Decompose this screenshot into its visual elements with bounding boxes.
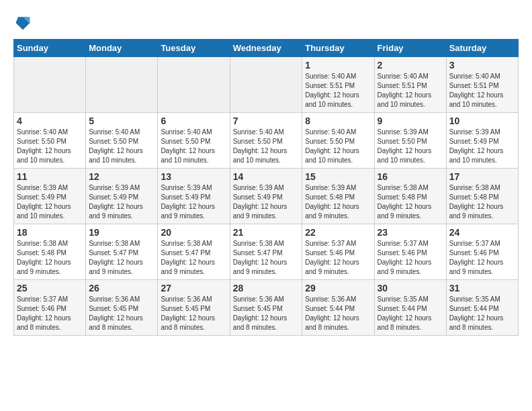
calendar-cell: 28Sunrise: 5:36 AM Sunset: 5:45 PM Dayli… <box>230 280 302 336</box>
calendar-cell: 26Sunrise: 5:36 AM Sunset: 5:45 PM Dayli… <box>86 280 158 336</box>
calendar-cell: 27Sunrise: 5:36 AM Sunset: 5:45 PM Dayli… <box>158 280 230 336</box>
day-number: 25 <box>17 283 83 293</box>
calendar-week-4: 18Sunrise: 5:38 AM Sunset: 5:48 PM Dayli… <box>14 224 519 280</box>
calendar-cell: 11Sunrise: 5:39 AM Sunset: 5:49 PM Dayli… <box>14 169 86 224</box>
calendar-cell: 17Sunrise: 5:38 AM Sunset: 5:48 PM Dayli… <box>446 169 518 224</box>
calendar-cell: 7Sunrise: 5:40 AM Sunset: 5:50 PM Daylig… <box>230 113 302 169</box>
calendar-cell <box>14 57 86 113</box>
day-number: 30 <box>378 283 443 293</box>
day-number: 3 <box>449 60 515 71</box>
calendar-cell: 24Sunrise: 5:37 AM Sunset: 5:46 PM Dayli… <box>446 224 518 280</box>
logo <box>13 13 35 32</box>
calendar-cell: 15Sunrise: 5:39 AM Sunset: 5:48 PM Dayli… <box>302 169 374 224</box>
day-info: Sunrise: 5:36 AM Sunset: 5:45 PM Dayligh… <box>89 295 154 332</box>
calendar-table: SundayMondayTuesdayWednesdayThursdayFrid… <box>13 39 519 336</box>
calendar-cell: 14Sunrise: 5:39 AM Sunset: 5:49 PM Dayli… <box>230 169 302 224</box>
day-number: 14 <box>233 171 300 182</box>
day-info: Sunrise: 5:38 AM Sunset: 5:47 PM Dayligh… <box>161 239 226 277</box>
column-header-sunday: Sunday <box>14 40 86 57</box>
calendar-week-2: 4Sunrise: 5:40 AM Sunset: 5:50 PM Daylig… <box>14 113 519 169</box>
calendar-cell: 8Sunrise: 5:40 AM Sunset: 5:50 PM Daylig… <box>302 113 374 169</box>
calendar-week-3: 11Sunrise: 5:39 AM Sunset: 5:49 PM Dayli… <box>14 169 519 224</box>
logo-icon <box>13 13 32 32</box>
day-number: 31 <box>449 283 515 293</box>
day-number: 7 <box>233 116 300 126</box>
calendar-week-1: 1Sunrise: 5:40 AM Sunset: 5:51 PM Daylig… <box>14 57 519 113</box>
calendar-cell: 16Sunrise: 5:38 AM Sunset: 5:48 PM Dayli… <box>374 169 446 224</box>
calendar-cell: 19Sunrise: 5:38 AM Sunset: 5:47 PM Dayli… <box>86 224 158 280</box>
calendar-cell: 13Sunrise: 5:39 AM Sunset: 5:49 PM Dayli… <box>158 169 230 224</box>
day-number: 29 <box>305 283 371 293</box>
calendar-cell <box>158 57 230 113</box>
calendar-cell: 31Sunrise: 5:35 AM Sunset: 5:44 PM Dayli… <box>446 280 518 336</box>
day-number: 6 <box>161 116 226 126</box>
calendar-cell: 25Sunrise: 5:37 AM Sunset: 5:46 PM Dayli… <box>14 280 86 336</box>
day-info: Sunrise: 5:39 AM Sunset: 5:49 PM Dayligh… <box>161 183 226 221</box>
day-info: Sunrise: 5:36 AM Sunset: 5:45 PM Dayligh… <box>161 295 226 332</box>
calendar-cell: 3Sunrise: 5:40 AM Sunset: 5:51 PM Daylig… <box>446 57 518 113</box>
day-info: Sunrise: 5:40 AM Sunset: 5:50 PM Dayligh… <box>305 128 371 165</box>
day-number: 13 <box>161 171 226 182</box>
calendar-cell: 18Sunrise: 5:38 AM Sunset: 5:48 PM Dayli… <box>14 224 86 280</box>
day-info: Sunrise: 5:39 AM Sunset: 5:50 PM Dayligh… <box>378 128 443 165</box>
calendar-cell: 5Sunrise: 5:40 AM Sunset: 5:50 PM Daylig… <box>86 113 158 169</box>
day-info: Sunrise: 5:38 AM Sunset: 5:48 PM Dayligh… <box>17 239 83 277</box>
day-number: 22 <box>305 227 371 238</box>
calendar-cell: 2Sunrise: 5:40 AM Sunset: 5:51 PM Daylig… <box>374 57 446 113</box>
column-header-tuesday: Tuesday <box>158 40 230 57</box>
day-info: Sunrise: 5:40 AM Sunset: 5:50 PM Dayligh… <box>233 128 300 165</box>
day-number: 23 <box>378 227 443 238</box>
calendar-cell: 9Sunrise: 5:39 AM Sunset: 5:50 PM Daylig… <box>374 113 446 169</box>
day-info: Sunrise: 5:36 AM Sunset: 5:44 PM Dayligh… <box>305 295 371 332</box>
day-number: 28 <box>233 283 300 293</box>
day-number: 2 <box>378 60 443 71</box>
day-number: 4 <box>17 116 83 126</box>
calendar-cell: 6Sunrise: 5:40 AM Sunset: 5:50 PM Daylig… <box>158 113 230 169</box>
day-info: Sunrise: 5:40 AM Sunset: 5:50 PM Dayligh… <box>161 128 226 165</box>
day-info: Sunrise: 5:38 AM Sunset: 5:47 PM Dayligh… <box>233 239 300 277</box>
day-info: Sunrise: 5:39 AM Sunset: 5:49 PM Dayligh… <box>233 183 300 221</box>
calendar-cell: 22Sunrise: 5:37 AM Sunset: 5:46 PM Dayli… <box>302 224 374 280</box>
column-header-monday: Monday <box>86 40 158 57</box>
day-info: Sunrise: 5:40 AM Sunset: 5:51 PM Dayligh… <box>449 72 515 109</box>
calendar-cell: 1Sunrise: 5:40 AM Sunset: 5:51 PM Daylig… <box>302 57 374 113</box>
day-number: 15 <box>305 171 371 182</box>
day-info: Sunrise: 5:39 AM Sunset: 5:49 PM Dayligh… <box>89 183 154 221</box>
day-info: Sunrise: 5:40 AM Sunset: 5:50 PM Dayligh… <box>89 128 154 165</box>
day-info: Sunrise: 5:35 AM Sunset: 5:44 PM Dayligh… <box>449 295 515 332</box>
column-header-wednesday: Wednesday <box>230 40 302 57</box>
day-number: 1 <box>305 60 371 71</box>
column-header-friday: Friday <box>374 40 446 57</box>
page-header <box>13 13 519 32</box>
column-header-saturday: Saturday <box>446 40 518 57</box>
day-info: Sunrise: 5:35 AM Sunset: 5:44 PM Dayligh… <box>378 295 443 332</box>
day-info: Sunrise: 5:38 AM Sunset: 5:48 PM Dayligh… <box>449 183 515 221</box>
day-number: 27 <box>161 283 226 293</box>
day-number: 18 <box>17 227 83 238</box>
day-number: 5 <box>89 116 154 126</box>
calendar-cell <box>230 57 302 113</box>
day-info: Sunrise: 5:36 AM Sunset: 5:45 PM Dayligh… <box>233 295 300 332</box>
calendar-cell: 10Sunrise: 5:39 AM Sunset: 5:49 PM Dayli… <box>446 113 518 169</box>
day-info: Sunrise: 5:38 AM Sunset: 5:47 PM Dayligh… <box>89 239 154 277</box>
calendar-cell: 21Sunrise: 5:38 AM Sunset: 5:47 PM Dayli… <box>230 224 302 280</box>
day-info: Sunrise: 5:39 AM Sunset: 5:48 PM Dayligh… <box>305 183 371 221</box>
calendar-cell: 4Sunrise: 5:40 AM Sunset: 5:50 PM Daylig… <box>14 113 86 169</box>
calendar-cell: 20Sunrise: 5:38 AM Sunset: 5:47 PM Dayli… <box>158 224 230 280</box>
calendar-cell: 29Sunrise: 5:36 AM Sunset: 5:44 PM Dayli… <box>302 280 374 336</box>
day-info: Sunrise: 5:39 AM Sunset: 5:49 PM Dayligh… <box>449 128 515 165</box>
day-info: Sunrise: 5:40 AM Sunset: 5:50 PM Dayligh… <box>17 128 83 165</box>
day-info: Sunrise: 5:40 AM Sunset: 5:51 PM Dayligh… <box>378 72 443 109</box>
day-number: 19 <box>89 227 154 238</box>
day-number: 21 <box>233 227 300 238</box>
day-number: 26 <box>89 283 154 293</box>
day-info: Sunrise: 5:38 AM Sunset: 5:48 PM Dayligh… <box>378 183 443 221</box>
calendar-cell: 23Sunrise: 5:37 AM Sunset: 5:46 PM Dayli… <box>374 224 446 280</box>
calendar-week-5: 25Sunrise: 5:37 AM Sunset: 5:46 PM Dayli… <box>14 280 519 336</box>
day-number: 16 <box>378 171 443 182</box>
calendar-cell: 12Sunrise: 5:39 AM Sunset: 5:49 PM Dayli… <box>86 169 158 224</box>
day-number: 20 <box>161 227 226 238</box>
day-number: 24 <box>449 227 515 238</box>
day-number: 10 <box>449 116 515 126</box>
calendar-header-row: SundayMondayTuesdayWednesdayThursdayFrid… <box>14 40 519 57</box>
